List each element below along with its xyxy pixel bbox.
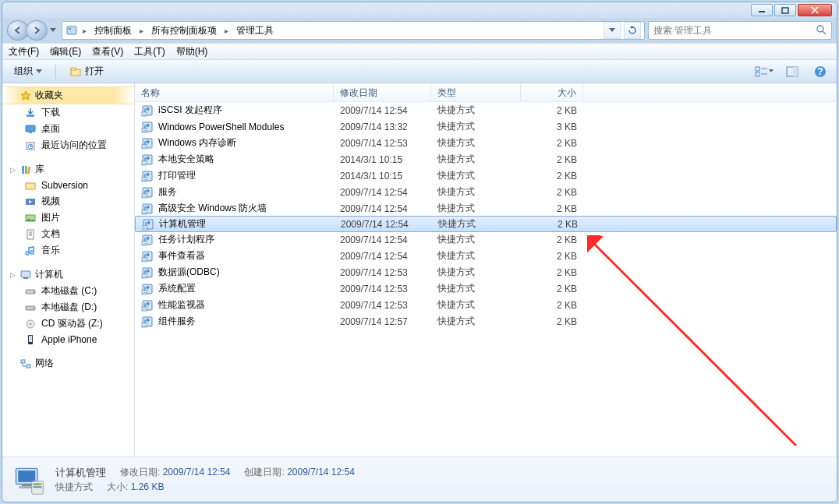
sidebar-item-cd-z[interactable]: CD 驱动器 (Z:) [2,315,134,332]
svg-point-29 [33,291,34,293]
menu-edit[interactable]: 编辑(E) [50,45,81,58]
shortcut-icon [141,121,154,133]
file-row[interactable]: Windows 内存诊断2009/7/14 12:53快捷方式2 KB [135,135,837,151]
file-date: 2009/7/14 12:53 [334,300,431,311]
network-icon [19,358,32,370]
file-type: 快捷方式 [431,185,521,199]
chevron-right-icon: ▸ [81,26,88,35]
view-options-button[interactable] [754,63,774,80]
toolbar: 组织 打开 ? [2,60,837,83]
file-name: 组件服务 [158,315,196,328]
nav-history-dropdown[interactable] [48,20,58,41]
sidebar-item-desktop[interactable]: 桌面 [2,121,134,137]
sidebar-item-recent[interactable]: 最近访问的位置 [2,137,134,153]
sidebar-item-disk-c[interactable]: 本地磁盘 (C:) [2,283,134,299]
menu-tools[interactable]: 工具(T) [134,45,165,58]
address-bar[interactable]: ▸ 控制面板 ▸ 所有控制面板项 ▸ 管理工具 [62,21,645,40]
file-row[interactable]: 计算机管理2009/7/14 12:54快捷方式2 KB [135,216,837,232]
svg-rect-2 [67,26,76,34]
file-size: 2 KB [521,316,583,327]
navigation-sidebar[interactable]: 收藏夹 下载 桌面 最近访问的位置 ▷ 库 Subversion 视频 图片 文… [2,83,135,456]
sidebar-network[interactable]: 网络 [2,355,134,372]
open-button[interactable]: 打开 [64,62,109,81]
file-row[interactable]: 系统配置2009/7/14 12:53快捷方式2 KB [135,280,837,297]
breadcrumb-item[interactable]: 控制面板 [91,24,135,37]
column-name[interactable]: 名称 [135,83,334,101]
close-button[interactable] [798,4,832,16]
file-name: 打印管理 [158,169,196,182]
maximize-button[interactable] [774,4,796,16]
svg-rect-68 [22,484,32,486]
file-row[interactable]: 组件服务2009/7/14 12:57快捷方式2 KB [135,313,837,330]
expand-icon: ▷ [9,166,16,174]
file-row[interactable]: 数据源(ODBC)2009/7/14 12:53快捷方式2 KB [135,264,837,280]
file-type: 快捷方式 [431,169,521,182]
sidebar-computer[interactable]: ▷ 计算机 [2,266,134,283]
recent-icon [24,139,37,152]
sidebar-item-iphone[interactable]: Apple iPhone [2,332,134,347]
location-icon [65,24,78,37]
file-name: 数据源(ODBC) [158,266,220,279]
svg-rect-21 [26,183,35,189]
preview-pane-button[interactable] [782,63,802,80]
file-list[interactable]: iSCSI 发起程序2009/7/14 12:54快捷方式2 KBWindows… [135,102,837,456]
desktop-icon [24,123,37,136]
svg-rect-37 [27,365,30,368]
sidebar-favorites[interactable]: 收藏夹 [2,86,134,104]
sidebar-item-disk-d[interactable]: 本地磁盘 (D:) [2,299,134,315]
column-size[interactable]: 大小 [521,83,583,101]
sidebar-item-downloads[interactable]: 下载 [2,104,134,121]
sidebar-item-subversion[interactable]: Subversion [2,178,134,193]
svg-rect-25 [27,230,34,239]
file-size: 2 KB [521,138,583,149]
svg-rect-26 [21,271,30,277]
minimize-button[interactable] [751,4,773,16]
menu-view[interactable]: 查看(V) [92,45,123,58]
star-icon [19,90,32,102]
file-type: 快捷方式 [431,136,521,150]
sidebar-libraries[interactable]: ▷ 库 [2,161,134,178]
breadcrumb-item[interactable]: 所有控制面板项 [148,24,220,37]
file-row[interactable]: 服务2009/7/14 12:54快捷方式2 KB [135,184,837,200]
shortcut-icon [141,170,154,182]
details-pane: 计算机管理 修改日期: 2009/7/14 12:54 创建日期: 2009/7… [2,456,837,502]
file-row[interactable]: 事件查看器2009/7/14 12:54快捷方式2 KB [135,248,837,264]
computer-management-icon [12,463,46,497]
breadcrumb-item[interactable]: 管理工具 [233,24,277,37]
phone-icon [24,333,37,346]
file-name: 本地安全策略 [158,153,214,166]
file-row[interactable]: 高级安全 Windows 防火墙2009/7/14 12:54快捷方式2 KB [135,200,837,217]
file-row[interactable]: 打印管理2014/3/1 10:15快捷方式2 KB [135,167,837,184]
file-type: 快捷方式 [431,249,521,263]
sidebar-item-videos[interactable]: 视频 [2,193,134,210]
svg-rect-8 [756,72,759,76]
sidebar-item-pictures[interactable]: 图片 [2,210,134,226]
organize-button[interactable]: 组织 [9,62,48,81]
column-type[interactable]: 类型 [431,83,521,101]
file-size: 2 KB [521,203,583,214]
address-dropdown[interactable] [604,22,621,39]
file-row[interactable]: 任务计划程序2009/7/14 12:54快捷方式2 KB [135,231,837,248]
sidebar-item-music[interactable]: 音乐 [2,242,134,259]
menu-help[interactable]: 帮助(H) [176,45,208,58]
help-button[interactable]: ? [810,63,830,80]
shortcut-icon [141,250,154,263]
search-input[interactable]: 搜索 管理工具 [648,21,832,40]
file-date: 2009/7/14 12:54 [334,203,431,214]
sidebar-item-documents[interactable]: 文档 [2,226,134,242]
search-placeholder: 搜索 管理工具 [653,24,712,37]
file-row[interactable]: Windows PowerShell Modules2009/7/14 13:3… [135,118,837,135]
column-date[interactable]: 修改日期 [334,83,431,101]
svg-rect-35 [29,336,32,342]
shortcut-icon [141,186,154,199]
refresh-button[interactable] [624,22,641,39]
shortcut-icon [141,299,154,312]
svg-rect-20 [27,166,30,173]
file-row[interactable]: iSCSI 发起程序2009/7/14 12:54快捷方式2 KB [135,102,837,118]
file-row[interactable]: 性能监视器2009/7/14 12:53快捷方式2 KB [135,297,837,313]
file-type: 快捷方式 [431,202,521,215]
forward-button[interactable] [26,20,48,41]
file-row[interactable]: 本地安全策略2014/3/1 10:15快捷方式2 KB [135,151,837,167]
file-size: 2 KB [521,300,583,311]
menu-file[interactable]: 文件(F) [9,45,39,58]
